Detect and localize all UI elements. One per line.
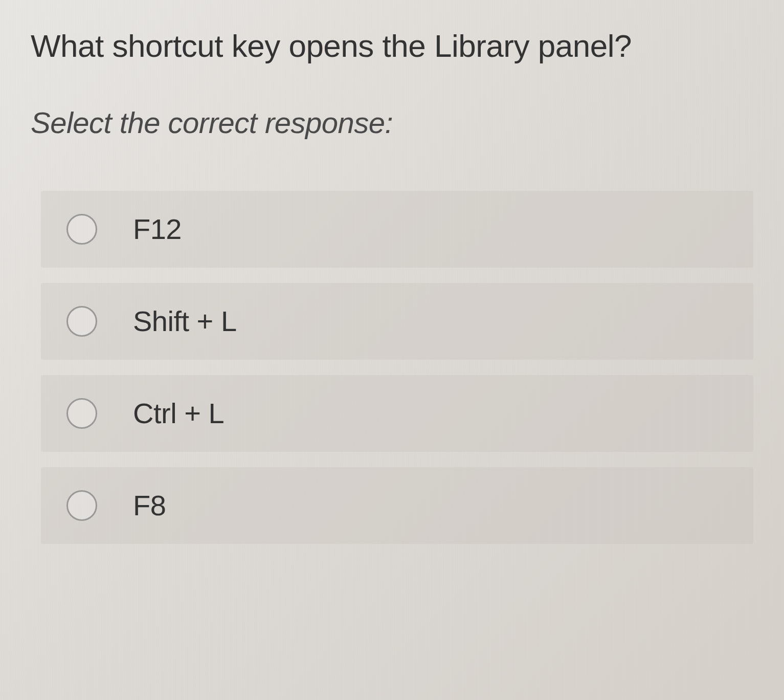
option-label: Shift + L [133,304,237,338]
option-label: F8 [133,489,166,522]
radio-icon[interactable] [66,398,97,429]
option-ctrl-l[interactable]: Ctrl + L [41,375,753,452]
radio-icon[interactable] [66,306,97,337]
option-label: F12 [133,212,182,246]
radio-icon[interactable] [66,490,97,521]
option-shift-l[interactable]: Shift + L [41,283,753,360]
option-f12[interactable]: F12 [41,191,753,268]
instruction-text: Select the correct response: [31,105,753,140]
options-list: F12 Shift + L Ctrl + L F8 [31,191,753,544]
radio-icon[interactable] [66,214,97,245]
option-label: Ctrl + L [133,397,224,430]
question-text: What shortcut key opens the Library pane… [31,26,753,67]
option-f8[interactable]: F8 [41,467,753,544]
